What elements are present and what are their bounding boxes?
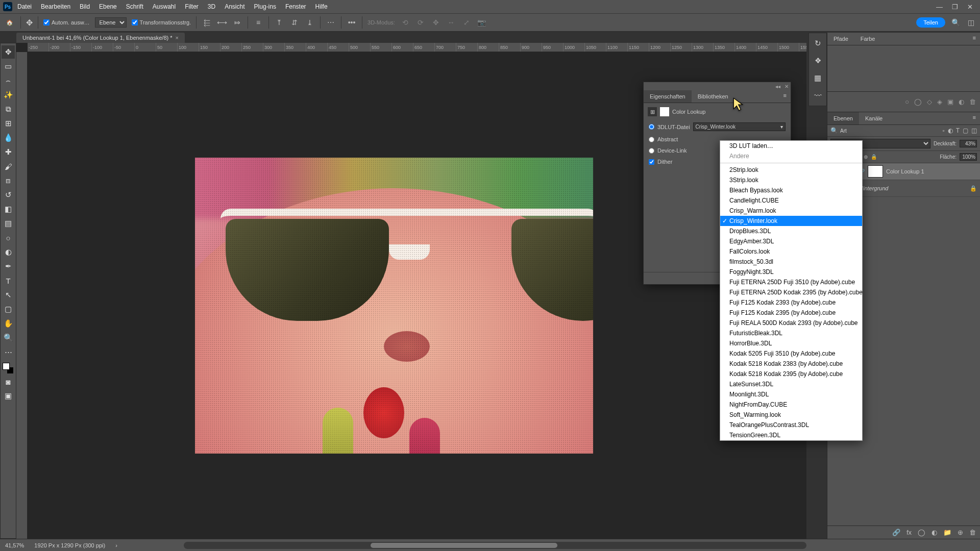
heal-tool[interactable]: ✚: [2, 145, 15, 159]
panel-menu-icon[interactable]: ≡: [969, 112, 980, 124]
lut-item[interactable]: FoggyNight.3DL: [720, 267, 862, 277]
frame-tool[interactable]: ⊞: [2, 117, 15, 130]
menu-auswahl[interactable]: Auswahl: [149, 1, 180, 12]
document-tab[interactable]: Unbenannt-1 bei 41,6% (Color Lookup 1, E…: [16, 33, 185, 43]
panel-close-icon[interactable]: ✕: [785, 84, 789, 89]
transform-controls-checkbox[interactable]: Transformationsstrg.: [132, 19, 191, 26]
lut-item[interactable]: Fuji ETERNA 250D Kodak 2395 (by Adobe).c…: [720, 287, 862, 297]
menu-filter[interactable]: Filter: [181, 1, 203, 12]
menu-datei[interactable]: Datei: [13, 1, 36, 12]
new-layer-icon[interactable]: ⊕: [958, 529, 963, 536]
align-top-icon[interactable]: ⤒: [274, 17, 284, 28]
lut-item[interactable]: filmstock_50.3dl: [720, 257, 862, 267]
artboard[interactable]: [195, 158, 593, 454]
chevron-right-icon[interactable]: ›: [115, 542, 117, 548]
mask-thumb[interactable]: [868, 165, 883, 178]
screenmode-tool[interactable]: ▣: [2, 389, 15, 403]
lut-item[interactable]: Soft_Warming.look: [720, 410, 862, 420]
panel-menu-icon[interactable]: ≡: [779, 90, 791, 103]
lut-item[interactable]: Fuji F125 Kodak 2393 (by Adobe).cube: [720, 297, 862, 308]
group-icon[interactable]: 📁: [943, 529, 951, 536]
menu-ansicht[interactable]: Ansicht: [220, 1, 249, 12]
lut-item[interactable]: Fuji REALA 500D Kodak 2393 (by Adobe).cu…: [720, 318, 862, 328]
adj-icon[interactable]: ○: [905, 98, 909, 106]
dodge-tool[interactable]: ◐: [2, 245, 15, 259]
opacity-input[interactable]: [960, 140, 977, 147]
tab-ebenen[interactable]: Ebenen: [827, 112, 859, 124]
lut-item[interactable]: Crisp_Warm.look: [720, 206, 862, 216]
align-bottom-icon[interactable]: ⤓: [305, 17, 315, 28]
stamp-tool[interactable]: ⧈: [2, 174, 15, 187]
window-minimize-icon[interactable]: —: [936, 3, 943, 11]
lut-item[interactable]: Crisp_Winter.look: [720, 216, 862, 226]
eraser-tool[interactable]: ◧: [2, 203, 15, 216]
wand-tool[interactable]: ✨: [2, 88, 15, 102]
delete-icon[interactable]: 🗑: [969, 98, 976, 106]
adj-icon[interactable]: ▣: [947, 98, 953, 106]
tab-farbe[interactable]: Farbe: [854, 33, 881, 45]
doc-dimensions[interactable]: 1920 Px x 1290 Px (300 ppi): [34, 542, 105, 548]
menu-hilfe[interactable]: Hilfe: [311, 1, 332, 12]
lock-all-icon[interactable]: 🔒: [871, 154, 877, 160]
radio-devicelink[interactable]: [649, 148, 654, 154]
lut-load-item[interactable]: 3D LUT laden…: [720, 141, 862, 151]
link-layers-icon[interactable]: 🔗: [892, 529, 900, 536]
close-icon[interactable]: ×: [176, 35, 179, 41]
color-swatches[interactable]: [3, 363, 14, 374]
zoom-value[interactable]: 41,57%: [5, 542, 24, 548]
radio-abstract[interactable]: [649, 137, 654, 142]
tab-eigenschaften[interactable]: Eigenschaften: [644, 90, 692, 103]
path-tool[interactable]: ↖: [2, 288, 15, 302]
lut-item[interactable]: Fuji ETERNA 250D Fuji 3510 (by Adobe).cu…: [720, 277, 862, 287]
menu-bild[interactable]: Bild: [76, 1, 94, 12]
adj-icon[interactable]: ◈: [937, 98, 942, 106]
lut-item[interactable]: TealOrangePlusContrast.3DL: [720, 420, 862, 430]
fill-input[interactable]: [960, 153, 977, 161]
rectangle-tool[interactable]: ▢: [2, 303, 15, 316]
lock-artboard-icon[interactable]: ⊕: [864, 154, 868, 160]
mask-icon[interactable]: ◯: [918, 529, 925, 536]
filter-adjust-icon[interactable]: ◐: [948, 127, 953, 134]
lut-item[interactable]: TensionGreen.3DL: [720, 430, 862, 440]
brush-tool[interactable]: 🖌: [2, 160, 15, 173]
edit-toolbar[interactable]: ⋯: [2, 345, 15, 359]
filter-pixel-icon[interactable]: ▫: [942, 127, 944, 134]
lut-dropdown-trigger[interactable]: Crisp_Winter.look▾: [693, 122, 786, 131]
lut-item[interactable]: Candlelight.CUBE: [720, 195, 862, 206]
zoom-tool[interactable]: 🔍: [2, 331, 15, 344]
lut-item[interactable]: 3Strip.look: [720, 175, 862, 185]
auto-select-target[interactable]: Ebene: [95, 17, 127, 28]
align-left-icon[interactable]: ⬱: [202, 17, 212, 28]
panel-collapse-icon[interactable]: ◂◂: [775, 84, 780, 89]
adj-icon[interactable]: ◇: [927, 98, 932, 106]
adj-icon[interactable]: ◯: [914, 98, 922, 106]
lut-item[interactable]: FuturisticBleak.3DL: [720, 328, 862, 338]
paths-panel-icon[interactable]: 〰: [813, 90, 823, 101]
layer-name[interactable]: Hintergrund: [859, 185, 888, 191]
search-icon[interactable]: 🔍: [950, 17, 961, 28]
layer-name[interactable]: Color Lookup 1: [886, 168, 924, 174]
search-icon[interactable]: 🔍: [830, 127, 838, 134]
lut-item[interactable]: Moonlight.3DL: [720, 389, 862, 399]
share-button[interactable]: Teilen: [916, 17, 945, 28]
overflow-icon[interactable]: •••: [347, 17, 357, 28]
marquee-tool[interactable]: ▭: [2, 60, 15, 73]
blur-tool[interactable]: ○: [2, 231, 15, 244]
adjustment-layer-icon[interactable]: ◐: [932, 529, 937, 536]
lock-icon[interactable]: 🔒: [970, 185, 977, 192]
auto-select-checkbox[interactable]: Autom. ausw…: [43, 19, 90, 26]
eyedropper-tool[interactable]: 💧: [2, 131, 15, 144]
adj-icon[interactable]: ◐: [959, 98, 964, 106]
menu-schrift[interactable]: Schrift: [122, 1, 148, 12]
align-center-h-icon[interactable]: ⟷: [217, 17, 227, 28]
distribute-icon[interactable]: ≡: [253, 17, 263, 28]
lasso-tool[interactable]: ⌢: [2, 74, 15, 87]
quickmask-tool[interactable]: ◙: [2, 375, 15, 388]
menu-plugins[interactable]: Plug-ins: [250, 1, 280, 12]
tab-pfade[interactable]: Pfade: [827, 33, 854, 45]
menu-fenster[interactable]: Fenster: [281, 1, 310, 12]
panel-menu-icon[interactable]: ≡: [969, 33, 980, 45]
menu-bearbeiten[interactable]: Bearbeiten: [37, 1, 75, 12]
lut-item[interactable]: LateSunset.3DL: [720, 379, 862, 389]
lut-item[interactable]: Bleach Bypass.look: [720, 185, 862, 195]
